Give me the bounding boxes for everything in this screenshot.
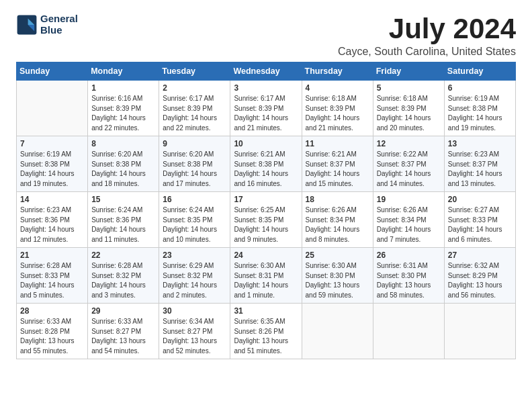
day-info: Sunrise: 6:19 AM Sunset: 8:38 PM Dayligh… <box>20 150 84 189</box>
calendar-cell: 26Sunrise: 6:31 AM Sunset: 8:30 PM Dayli… <box>373 248 444 304</box>
calendar-cell: 30Sunrise: 6:34 AM Sunset: 8:27 PM Dayli… <box>159 304 230 359</box>
day-number: 16 <box>163 195 226 204</box>
day-info: Sunrise: 6:22 AM Sunset: 8:37 PM Dayligh… <box>377 150 441 189</box>
day-number: 19 <box>377 195 441 204</box>
day-info: Sunrise: 6:35 AM Sunset: 8:26 PM Dayligh… <box>234 317 298 356</box>
calendar-cell: 22Sunrise: 6:28 AM Sunset: 8:32 PM Dayli… <box>88 248 159 304</box>
day-info: Sunrise: 6:26 AM Sunset: 8:34 PM Dayligh… <box>306 205 369 244</box>
day-info: Sunrise: 6:29 AM Sunset: 8:32 PM Dayligh… <box>163 261 226 300</box>
day-info: Sunrise: 6:21 AM Sunset: 8:38 PM Dayligh… <box>234 150 298 189</box>
day-number: 6 <box>448 83 512 93</box>
day-info: Sunrise: 6:16 AM Sunset: 8:39 PM Dayligh… <box>91 94 155 133</box>
calendar-cell: 15Sunrise: 6:24 AM Sunset: 8:36 PM Dayli… <box>88 192 159 248</box>
calendar-cell: 20Sunrise: 6:27 AM Sunset: 8:33 PM Dayli… <box>444 192 515 248</box>
calendar-cell: 10Sunrise: 6:21 AM Sunset: 8:38 PM Dayli… <box>230 136 302 192</box>
calendar-cell: 2Sunrise: 6:17 AM Sunset: 8:39 PM Daylig… <box>159 81 230 136</box>
day-number: 9 <box>163 139 226 148</box>
calendar-cell <box>302 304 373 359</box>
day-number: 21 <box>20 250 84 260</box>
calendar-cell <box>444 304 515 359</box>
weekday-header-cell: Thursday <box>302 62 373 81</box>
calendar-cell: 21Sunrise: 6:28 AM Sunset: 8:33 PM Dayli… <box>17 248 88 304</box>
day-number: 22 <box>91 250 155 260</box>
page-header: General Blue July 2024 Cayce, South Caro… <box>16 13 516 58</box>
day-number: 27 <box>448 250 512 260</box>
day-number: 1 <box>91 83 155 93</box>
day-info: Sunrise: 6:18 AM Sunset: 8:39 PM Dayligh… <box>306 94 369 133</box>
calendar-cell: 11Sunrise: 6:21 AM Sunset: 8:37 PM Dayli… <box>302 136 373 192</box>
day-number: 8 <box>91 139 155 148</box>
day-number: 15 <box>91 195 155 204</box>
calendar-cell: 28Sunrise: 6:33 AM Sunset: 8:28 PM Dayli… <box>17 304 88 359</box>
weekday-header-cell: Monday <box>88 62 159 81</box>
day-number: 31 <box>234 306 298 316</box>
calendar-week-row: 21Sunrise: 6:28 AM Sunset: 8:33 PM Dayli… <box>17 248 516 304</box>
calendar-cell: 9Sunrise: 6:20 AM Sunset: 8:38 PM Daylig… <box>159 136 230 192</box>
day-number: 10 <box>234 139 298 148</box>
day-info: Sunrise: 6:17 AM Sunset: 8:39 PM Dayligh… <box>234 94 298 133</box>
calendar-cell: 12Sunrise: 6:22 AM Sunset: 8:37 PM Dayli… <box>373 136 444 192</box>
day-number: 23 <box>163 250 226 260</box>
day-info: Sunrise: 6:17 AM Sunset: 8:39 PM Dayligh… <box>163 94 226 133</box>
calendar-cell: 18Sunrise: 6:26 AM Sunset: 8:34 PM Dayli… <box>302 192 373 248</box>
day-info: Sunrise: 6:20 AM Sunset: 8:38 PM Dayligh… <box>163 150 226 189</box>
calendar-cell: 6Sunrise: 6:19 AM Sunset: 8:38 PM Daylig… <box>444 81 515 136</box>
calendar-cell: 31Sunrise: 6:35 AM Sunset: 8:26 PM Dayli… <box>230 304 302 359</box>
day-number: 13 <box>448 139 512 148</box>
day-info: Sunrise: 6:26 AM Sunset: 8:34 PM Dayligh… <box>377 205 441 244</box>
calendar-cell: 8Sunrise: 6:20 AM Sunset: 8:38 PM Daylig… <box>88 136 159 192</box>
day-number: 25 <box>306 250 369 260</box>
day-info: Sunrise: 6:34 AM Sunset: 8:27 PM Dayligh… <box>163 317 226 356</box>
calendar-cell <box>373 304 444 359</box>
calendar-cell: 1Sunrise: 6:16 AM Sunset: 8:39 PM Daylig… <box>88 81 159 136</box>
day-info: Sunrise: 6:28 AM Sunset: 8:32 PM Dayligh… <box>91 261 155 300</box>
day-info: Sunrise: 6:32 AM Sunset: 8:29 PM Dayligh… <box>448 261 512 300</box>
day-info: Sunrise: 6:24 AM Sunset: 8:35 PM Dayligh… <box>163 205 226 244</box>
day-number: 26 <box>377 250 441 260</box>
calendar-body: 1Sunrise: 6:16 AM Sunset: 8:39 PM Daylig… <box>17 81 516 359</box>
day-info: Sunrise: 6:25 AM Sunset: 8:35 PM Dayligh… <box>234 205 298 244</box>
day-info: Sunrise: 6:24 AM Sunset: 8:36 PM Dayligh… <box>91 205 155 244</box>
calendar-cell: 27Sunrise: 6:32 AM Sunset: 8:29 PM Dayli… <box>444 248 515 304</box>
day-info: Sunrise: 6:33 AM Sunset: 8:28 PM Dayligh… <box>20 317 84 356</box>
month-title: July 2024 <box>338 13 516 44</box>
calendar-table: SundayMondayTuesdayWednesdayThursdayFrid… <box>16 62 516 359</box>
day-info: Sunrise: 6:27 AM Sunset: 8:33 PM Dayligh… <box>448 205 512 244</box>
day-info: Sunrise: 6:23 AM Sunset: 8:36 PM Dayligh… <box>20 205 84 244</box>
calendar-cell: 4Sunrise: 6:18 AM Sunset: 8:39 PM Daylig… <box>302 81 373 136</box>
day-number: 12 <box>377 139 441 148</box>
calendar-cell: 24Sunrise: 6:30 AM Sunset: 8:31 PM Dayli… <box>230 248 302 304</box>
weekday-header-cell: Sunday <box>17 62 88 81</box>
day-info: Sunrise: 6:21 AM Sunset: 8:37 PM Dayligh… <box>306 150 369 189</box>
day-info: Sunrise: 6:31 AM Sunset: 8:30 PM Dayligh… <box>377 261 441 300</box>
day-info: Sunrise: 6:28 AM Sunset: 8:33 PM Dayligh… <box>20 261 84 300</box>
day-info: Sunrise: 6:18 AM Sunset: 8:39 PM Dayligh… <box>377 94 441 133</box>
calendar-cell: 17Sunrise: 6:25 AM Sunset: 8:35 PM Dayli… <box>230 192 302 248</box>
weekday-header-row: SundayMondayTuesdayWednesdayThursdayFrid… <box>17 62 516 81</box>
calendar-cell: 5Sunrise: 6:18 AM Sunset: 8:39 PM Daylig… <box>373 81 444 136</box>
logo: General Blue <box>16 13 78 36</box>
calendar-cell: 3Sunrise: 6:17 AM Sunset: 8:39 PM Daylig… <box>230 81 302 136</box>
calendar-cell: 23Sunrise: 6:29 AM Sunset: 8:32 PM Dayli… <box>159 248 230 304</box>
day-number: 28 <box>20 306 84 316</box>
calendar-week-row: 28Sunrise: 6:33 AM Sunset: 8:28 PM Dayli… <box>17 304 516 359</box>
calendar-week-row: 14Sunrise: 6:23 AM Sunset: 8:36 PM Dayli… <box>17 192 516 248</box>
calendar-week-row: 1Sunrise: 6:16 AM Sunset: 8:39 PM Daylig… <box>17 81 516 136</box>
title-area: July 2024 Cayce, South Carolina, United … <box>338 13 516 58</box>
day-number: 14 <box>20 195 84 204</box>
calendar-cell: 25Sunrise: 6:30 AM Sunset: 8:30 PM Dayli… <box>302 248 373 304</box>
calendar-cell: 13Sunrise: 6:23 AM Sunset: 8:37 PM Dayli… <box>444 136 515 192</box>
day-number: 30 <box>163 306 226 316</box>
calendar-cell: 16Sunrise: 6:24 AM Sunset: 8:35 PM Dayli… <box>159 192 230 248</box>
calendar-week-row: 7Sunrise: 6:19 AM Sunset: 8:38 PM Daylig… <box>17 136 516 192</box>
day-number: 29 <box>91 306 155 316</box>
calendar-cell <box>17 81 88 136</box>
day-number: 18 <box>306 195 369 204</box>
weekday-header-cell: Saturday <box>444 62 515 81</box>
logo-text-line2: Blue <box>40 25 78 36</box>
day-info: Sunrise: 6:23 AM Sunset: 8:37 PM Dayligh… <box>448 150 512 189</box>
day-info: Sunrise: 6:30 AM Sunset: 8:30 PM Dayligh… <box>306 261 369 300</box>
calendar-cell: 29Sunrise: 6:33 AM Sunset: 8:27 PM Dayli… <box>88 304 159 359</box>
logo-text-line1: General <box>40 13 78 25</box>
day-info: Sunrise: 6:33 AM Sunset: 8:27 PM Dayligh… <box>91 317 155 356</box>
